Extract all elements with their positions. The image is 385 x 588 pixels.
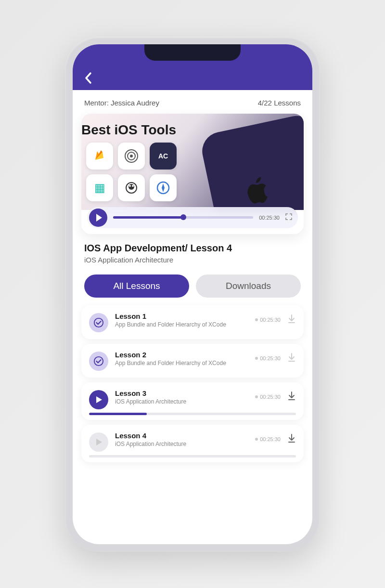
mentor-label: Mentor: Jessica Audrey bbox=[84, 99, 159, 107]
status-done-icon bbox=[89, 313, 108, 332]
lesson-description: iOS Application Architecture bbox=[115, 441, 248, 448]
lesson-number: Lesson 4 bbox=[115, 431, 248, 440]
lesson-row[interactable]: Lesson 2App Bundle and Folder Hierarchy … bbox=[81, 344, 304, 378]
video-thumb-title: Best iOS Tools bbox=[81, 122, 176, 138]
lesson-info: Lesson 4iOS Application Architecture bbox=[115, 431, 248, 448]
play-icon bbox=[94, 395, 103, 404]
tool-icon-grid: AC ▦ bbox=[86, 143, 177, 201]
play-icon bbox=[94, 438, 103, 446]
lesson-number: Lesson 2 bbox=[115, 351, 248, 359]
lesson-number: Lesson 3 bbox=[115, 389, 248, 397]
lesson-description: App Bundle and Folder Hierarchy of XCode bbox=[115, 321, 248, 329]
download-button[interactable] bbox=[287, 353, 296, 364]
download-button[interactable] bbox=[287, 433, 296, 445]
lesson-info: Lesson 1App Bundle and Folder Hierarchy … bbox=[115, 312, 248, 329]
video-progress-handle[interactable] bbox=[180, 214, 186, 220]
tool-icon-6 bbox=[150, 174, 177, 201]
lessons-list: Lesson 1App Bundle and Folder Hierarchy … bbox=[73, 305, 312, 462]
fullscreen-button[interactable] bbox=[285, 213, 292, 222]
svg-point-2 bbox=[130, 155, 133, 157]
back-button[interactable] bbox=[84, 72, 92, 86]
lesson-description: iOS Application Architecture bbox=[115, 398, 248, 406]
svg-point-5 bbox=[129, 185, 131, 187]
fullscreen-icon bbox=[285, 213, 292, 220]
tool-icon-4: ▦ bbox=[86, 174, 113, 201]
checkmark-circle-icon bbox=[93, 356, 104, 366]
lesson-progress-fill bbox=[89, 413, 147, 415]
video-controls: 00:25:30 bbox=[87, 207, 298, 228]
video-progress-bar[interactable] bbox=[113, 216, 253, 219]
appcode-icon: AC bbox=[150, 143, 177, 170]
video-duration: 00:25:30 bbox=[259, 215, 280, 221]
lesson-meta: 00:25:30 bbox=[255, 353, 296, 364]
play-button[interactable] bbox=[89, 209, 107, 227]
download-button[interactable] bbox=[287, 314, 296, 326]
status-playing-icon bbox=[89, 390, 108, 409]
download-icon bbox=[287, 353, 296, 362]
lesson-description: App Bundle and Folder Hierarchy of XCode bbox=[115, 360, 248, 367]
play-icon bbox=[96, 214, 102, 222]
lesson-progress-bar bbox=[89, 413, 296, 415]
lesson-row[interactable]: Lesson 3iOS Application Architecture00:2… bbox=[81, 382, 304, 420]
lesson-duration: 00:25:30 bbox=[255, 317, 281, 323]
video-thumbnail[interactable]: Best iOS Tools AC ▦ bbox=[81, 114, 304, 210]
lesson-duration: 00:25:30 bbox=[255, 355, 281, 361]
lesson-meta: 00:25:30 bbox=[255, 391, 296, 403]
lesson-meta: 00:25:30 bbox=[255, 314, 296, 326]
course-subtitle: iOS Application Architecture bbox=[84, 256, 301, 264]
lesson-row[interactable]: Lesson 4iOS Application Architecture00:2… bbox=[81, 425, 304, 462]
status-done-icon bbox=[89, 352, 108, 371]
tab-all-lessons[interactable]: All Lessons bbox=[84, 274, 189, 298]
status-idle-icon bbox=[89, 432, 108, 452]
info-bar: Mentor: Jessica Audrey 4/22 Lessons bbox=[73, 90, 312, 114]
apple-logo-icon bbox=[244, 175, 271, 209]
tab-downloads[interactable]: Downloads bbox=[196, 274, 301, 298]
lesson-info: Lesson 3iOS Application Architecture bbox=[115, 389, 248, 406]
svg-point-9 bbox=[94, 356, 103, 365]
download-button[interactable] bbox=[287, 391, 296, 403]
download-icon bbox=[287, 391, 296, 401]
download-icon bbox=[287, 433, 296, 443]
svg-point-6 bbox=[132, 185, 134, 187]
tool-icon-2 bbox=[118, 143, 145, 170]
lesson-duration: 00:25:30 bbox=[255, 436, 281, 442]
lesson-number: Lesson 1 bbox=[115, 312, 248, 320]
chevron-left-icon bbox=[84, 72, 92, 84]
lesson-row[interactable]: Lesson 1App Bundle and Folder Hierarchy … bbox=[81, 305, 304, 339]
lesson-progress-label: 4/22 Lessons bbox=[258, 99, 301, 107]
lesson-progress-bar bbox=[89, 455, 296, 457]
video-progress-fill bbox=[113, 216, 183, 219]
video-card: Best iOS Tools AC ▦ bbox=[81, 114, 304, 234]
tabs: All Lessons Downloads bbox=[73, 266, 312, 305]
svg-point-4 bbox=[128, 184, 134, 190]
lesson-duration: 00:25:30 bbox=[255, 394, 281, 400]
firebase-icon bbox=[86, 143, 113, 170]
lesson-header: IOS App Development/ Lesson 4 iOS Applic… bbox=[73, 234, 312, 266]
screen: Mentor: Jessica Audrey 4/22 Lessons Best… bbox=[73, 44, 312, 544]
notch bbox=[144, 44, 241, 61]
phone-frame: Mentor: Jessica Audrey 4/22 Lessons Best… bbox=[65, 37, 320, 552]
lesson-info: Lesson 2App Bundle and Folder Hierarchy … bbox=[115, 351, 248, 367]
download-icon bbox=[287, 314, 296, 324]
checkmark-circle-icon bbox=[93, 317, 104, 328]
svg-point-8 bbox=[94, 318, 103, 327]
lesson-meta: 00:25:30 bbox=[255, 433, 296, 445]
course-title: IOS App Development/ Lesson 4 bbox=[84, 243, 301, 254]
tool-icon-5 bbox=[118, 174, 145, 201]
